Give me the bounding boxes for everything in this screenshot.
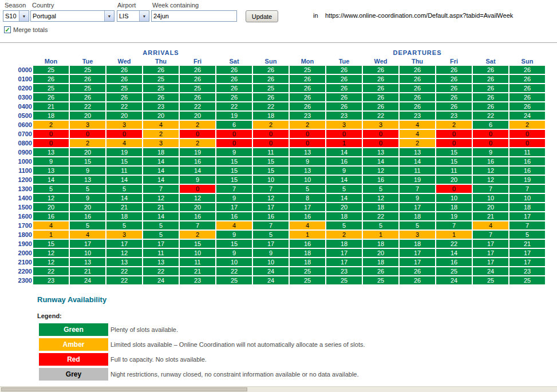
day-header: Thu: [400, 57, 435, 65]
time-label: 0900: [5, 148, 32, 156]
slot-cell: 18: [326, 212, 362, 220]
slot-cell: 20: [70, 148, 105, 156]
table-row: 180014352951213175: [5, 231, 545, 239]
airport-select[interactable]: LIS ▼: [117, 10, 149, 22]
slot-cell: 2: [180, 139, 215, 147]
slot-cell: 26: [400, 267, 435, 275]
slot-cell: 22: [106, 276, 142, 284]
week-containing-input[interactable]: [151, 10, 237, 22]
slot-cell: 12: [33, 194, 69, 202]
slot-cell: 23: [400, 112, 435, 120]
table-row: 200012101211109918172017141717: [5, 249, 545, 257]
season-label: Season: [5, 2, 26, 9]
slot-cell: 26: [106, 75, 142, 83]
table-row: 130055570775557077: [5, 185, 545, 193]
slot-cell: 1: [326, 139, 362, 147]
slot-cell: 23: [33, 276, 69, 284]
dropdown-arrow-icon: ▼: [139, 11, 149, 21]
slot-cell: 17: [473, 258, 508, 266]
runway-availability-title: Runway Availability: [37, 295, 106, 304]
time-label: 1100: [5, 167, 32, 175]
slot-cell: 26: [509, 84, 545, 92]
slot-cell: 15: [253, 167, 289, 175]
slot-cell: 9: [70, 194, 105, 202]
slot-cell: 25: [33, 84, 69, 92]
slot-cell: 26: [363, 84, 398, 92]
slot-cell: 26: [216, 66, 252, 74]
day-header: Tue: [326, 57, 362, 65]
slot-cell: 16: [436, 258, 472, 266]
in-label: in: [313, 12, 318, 19]
slot-cell: 4: [33, 221, 69, 229]
slot-cell: 26: [253, 66, 289, 74]
slot-cell: 24: [473, 267, 508, 275]
slot-cell: 11: [143, 249, 179, 257]
slot-cell: 2: [290, 121, 325, 129]
slot-cell: 13: [33, 148, 69, 156]
slot-cell: 17: [473, 240, 508, 248]
slot-cell: 2: [253, 121, 289, 129]
slot-cell: 0: [363, 139, 398, 147]
slot-cell: 26: [180, 75, 215, 83]
slot-cell: 18: [436, 203, 472, 211]
arrivals-header: ARRIVALS: [33, 49, 289, 56]
day-header: Fri: [436, 57, 472, 65]
slot-cell: 19: [216, 112, 252, 120]
slot-cell: 17: [216, 203, 252, 211]
slot-cell: 12: [473, 176, 508, 184]
slot-cell: 20: [473, 203, 508, 211]
horizontal-scrollbar[interactable]: [0, 386, 557, 392]
slot-cell: 6: [473, 121, 508, 129]
slot-cell: 14: [106, 194, 142, 202]
time-label: 2300: [5, 276, 32, 284]
day-header: Thu: [143, 57, 179, 65]
slot-cell: 26: [363, 75, 398, 83]
slot-cell: 18: [253, 112, 289, 120]
country-value: Portugal: [31, 13, 104, 19]
update-button[interactable]: Update: [246, 10, 278, 22]
dropdown-arrow-icon: ▼: [104, 11, 114, 21]
slot-cell: 18: [509, 203, 545, 211]
time-label: 2200: [5, 267, 32, 275]
slot-cell: 11: [180, 258, 215, 266]
slot-cell: 0: [70, 130, 105, 138]
slot-cell: 26: [473, 66, 508, 74]
slot-cell: 18: [363, 203, 398, 211]
slot-cell: 4: [70, 231, 105, 239]
slot-cell: 17: [70, 240, 105, 248]
slot-cell: 26: [70, 93, 105, 101]
slot-cell: 16: [33, 212, 69, 220]
slot-cell: 5: [400, 221, 435, 229]
slot-cell: 17: [509, 212, 545, 220]
scrollbar-thumb[interactable]: [1, 387, 247, 391]
country-select[interactable]: Portugal ▼: [30, 10, 114, 22]
slot-cell: 5: [106, 185, 142, 193]
slot-cell: 9: [216, 148, 252, 156]
season-select[interactable]: S10 ▼: [3, 10, 29, 22]
slot-cell: 12: [106, 249, 142, 257]
slot-cell: 20: [143, 112, 179, 120]
slot-cell: 18: [400, 240, 435, 248]
day-header: Sun: [253, 57, 289, 65]
slot-cell: 11: [509, 148, 545, 156]
slot-cell: 9: [473, 148, 508, 156]
slot-cell: 16: [509, 157, 545, 165]
slot-cell: 24: [253, 267, 289, 275]
slot-cell: 26: [509, 93, 545, 101]
slot-cell: 12: [143, 194, 179, 202]
slot-cell: 26: [326, 66, 362, 74]
merge-totals-checkbox[interactable]: ✓: [4, 26, 11, 33]
slot-cell: 20: [326, 203, 362, 211]
slot-cell: 0: [253, 130, 289, 138]
slot-cell: 16: [473, 157, 508, 165]
slot-cell: 20: [70, 112, 105, 120]
slot-cell: 18: [290, 258, 325, 266]
slot-cell: 20: [180, 203, 215, 211]
slot-cell: 18: [400, 212, 435, 220]
slot-cell: 3: [326, 121, 362, 129]
slot-cell: 26: [290, 84, 325, 92]
slot-cell: 10: [253, 176, 289, 184]
day-header: Wed: [106, 57, 142, 65]
slot-cell: 21: [33, 102, 69, 110]
slot-cell: 1: [436, 231, 472, 239]
